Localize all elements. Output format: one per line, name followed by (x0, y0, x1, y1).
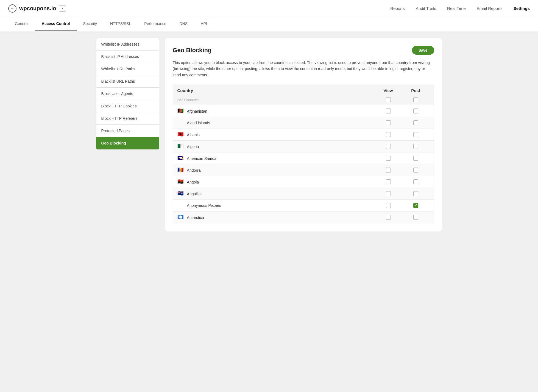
country-name: Anonymous Proxies (177, 203, 375, 208)
country-flag: 🇩🇿 (177, 144, 183, 148)
view-checkbox-cell (375, 132, 402, 137)
post-checkbox[interactable] (413, 168, 418, 173)
select-all-view-checkbox[interactable] (386, 97, 391, 102)
post-checkbox[interactable] (413, 215, 418, 220)
view-checkbox-cell (375, 215, 402, 220)
description-text: This option allows you to block access t… (173, 60, 434, 78)
view-checkbox-cell (375, 203, 402, 208)
top-nav-links: Reports Audit Trails Real Time Email Rep… (390, 6, 530, 11)
country-flag: 🇦🇴 (177, 180, 183, 184)
post-checkbox-cell (402, 191, 430, 196)
post-checkbox[interactable] (413, 203, 418, 208)
post-checkbox[interactable] (413, 179, 418, 184)
page-title: Geo Blocking (173, 47, 212, 54)
country-name: 🇦🇩 Andorra (177, 168, 375, 173)
country-flag: 🇦🇩 (177, 168, 183, 172)
table-row: 🇦🇫 Afghanistan (173, 105, 434, 117)
tab-bar: General Access Control Security HTTPS/SS… (0, 17, 538, 31)
view-checkbox[interactable] (386, 179, 391, 184)
post-checkbox-cell (402, 179, 430, 184)
view-checkbox[interactable] (386, 215, 391, 220)
sidebar-item-geo-blocking[interactable]: Geo Blocking (96, 137, 159, 149)
table-row: 🇦🇴 Angola (173, 176, 434, 188)
post-checkbox[interactable] (413, 144, 418, 149)
country-flag: 🇦🇮 (177, 191, 183, 196)
tab-dns[interactable]: DNS (173, 17, 194, 31)
post-checkbox-cell (402, 132, 430, 137)
tab-access-control[interactable]: Access Control (35, 17, 77, 31)
country-name: 🇩🇿 Algeria (177, 144, 375, 149)
sidebar-item-whitelist-url[interactable]: Whitelist URL Paths (96, 63, 159, 75)
post-checkbox-cell (402, 109, 430, 113)
nav-real-time[interactable]: Real Time (447, 6, 466, 11)
col-post-header: Post (402, 88, 430, 93)
view-checkbox[interactable] (386, 168, 391, 173)
post-checkbox-cell (402, 168, 430, 173)
country-name: 🇦🇮 Anguilla (177, 191, 375, 196)
top-navigation: ← wpcoupons.io ▾ Reports Audit Trails Re… (0, 0, 538, 17)
nav-settings[interactable]: Settings (514, 6, 530, 11)
country-name: 🇦🇶 Antarctica (177, 215, 375, 220)
view-checkbox[interactable] (386, 203, 391, 208)
view-checkbox[interactable] (386, 144, 391, 149)
view-checkbox-cell (375, 120, 402, 125)
view-checkbox[interactable] (386, 132, 391, 137)
table-row: 🇦🇩 Andorra (173, 164, 434, 176)
sidebar-item-whitelist-ip[interactable]: Whitelist IP Addresses (96, 38, 159, 50)
country-name: 🇦🇱 Albania (177, 132, 375, 137)
country-rows: 🇦🇫 Afghanistan Aland Islands 🇦🇱 (173, 105, 434, 223)
brand-dropdown[interactable]: ▾ (59, 5, 66, 12)
sidebar-item-blacklist-url[interactable]: Blacklist URL Paths (96, 75, 159, 87)
back-button[interactable]: ← (8, 4, 16, 13)
sidebar-item-block-user-agents[interactable]: Block User-Agents (96, 87, 159, 100)
tab-security[interactable]: Security (77, 17, 104, 31)
brand-name: wpcoupons.io (19, 5, 56, 12)
nav-email-reports[interactable]: Email Reports (477, 6, 503, 11)
sidebar-item-block-http-referers[interactable]: Block HTTP Referers (96, 112, 159, 124)
table-sub-header: 252 Countries (173, 96, 434, 105)
post-checkbox-cell (402, 215, 430, 220)
view-checkbox[interactable] (386, 109, 391, 113)
country-flag: 🇦🇶 (177, 215, 183, 219)
view-checkbox[interactable] (386, 191, 391, 196)
nav-audit-trails[interactable]: Audit Trails (416, 6, 436, 11)
post-checkbox[interactable] (413, 191, 418, 196)
country-name: 🇦🇴 Angola (177, 180, 375, 184)
table-row: Aland Islands (173, 117, 434, 129)
sidebar-item-protected-pages[interactable]: Protected Pages (96, 124, 159, 137)
nav-reports[interactable]: Reports (390, 6, 405, 11)
post-checkbox[interactable] (413, 132, 418, 137)
table-row: 🇦🇸 American Samoa (173, 152, 434, 164)
post-checkbox-cell (402, 156, 430, 161)
table-row: 🇩🇿 Algeria (173, 140, 434, 152)
col-country-header: Country (177, 88, 375, 93)
tab-api[interactable]: API (194, 17, 214, 31)
table-row: 🇦🇱 Albania (173, 129, 434, 140)
tab-general[interactable]: General (8, 17, 35, 31)
save-button[interactable]: Save (412, 46, 434, 55)
view-checkbox-cell (375, 191, 402, 196)
table-row: 🇦🇮 Anguilla (173, 188, 434, 199)
post-checkbox[interactable] (413, 156, 418, 161)
country-name: 🇦🇫 Afghanistan (177, 109, 375, 113)
tab-https-ssl[interactable]: HTTPS/SSL (104, 17, 138, 31)
country-name: Aland Islands (177, 121, 375, 125)
sidebar-item-blacklist-ip[interactable]: Blacklist IP Addresses (96, 50, 159, 63)
post-checkbox[interactable] (413, 109, 418, 113)
country-count: 252 Countries (177, 98, 375, 102)
post-checkbox[interactable] (413, 120, 418, 125)
sidebar-item-block-http-cookies[interactable]: Block HTTP Cookies (96, 100, 159, 112)
table-header-row: Country View Post (173, 85, 434, 96)
view-checkbox-cell (375, 109, 402, 113)
content-header: Geo Blocking Save (173, 46, 434, 55)
select-all-post-checkbox[interactable] (413, 97, 418, 102)
table-row: Anonymous Proxies (173, 199, 434, 211)
view-checkbox[interactable] (386, 156, 391, 161)
sidebar: Whitelist IP Addresses Blacklist IP Addr… (96, 38, 159, 231)
tab-performance[interactable]: Performance (138, 17, 173, 31)
post-checkbox-cell (402, 203, 430, 208)
content-area: Geo Blocking Save This option allows you… (165, 38, 442, 231)
country-table: Country View Post 252 Countries 🇦🇫 Afgha… (173, 85, 434, 223)
view-checkbox-cell (375, 144, 402, 149)
view-checkbox[interactable] (386, 120, 391, 125)
